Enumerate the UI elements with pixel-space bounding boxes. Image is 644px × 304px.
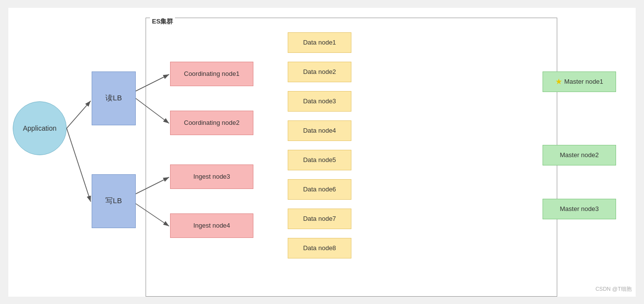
- ingest-node4: Ingest node4: [170, 213, 253, 238]
- coord-node1-label: Coordinating node1: [184, 70, 239, 77]
- lb-read-box: 读LB: [92, 71, 136, 125]
- data-node1: Data node1: [288, 32, 351, 53]
- star-icon: ★: [555, 77, 562, 86]
- coord-node2: Coordinating node2: [170, 111, 253, 135]
- application-label: Application: [23, 124, 57, 132]
- data-node4-label: Data node4: [303, 127, 336, 134]
- data-node3-label: Data node3: [303, 97, 336, 105]
- main-canvas: Application ES集群 读LB 写LB Coordinating no…: [8, 8, 636, 297]
- lb-read-label: 读LB: [105, 94, 122, 103]
- lb-write-box: 写LB: [92, 174, 136, 228]
- application-node: Application: [13, 101, 67, 155]
- data-node2: Data node2: [288, 62, 351, 82]
- ingest-node4-label: Ingest node4: [193, 222, 230, 229]
- data-node6-label: Data node6: [303, 186, 336, 193]
- master-node1: ★ Master node1: [543, 71, 616, 92]
- coord-node2-label: Coordinating node2: [184, 119, 239, 126]
- svg-line-2: [67, 128, 91, 202]
- svg-line-1: [67, 101, 91, 128]
- data-node4: Data node4: [288, 120, 351, 141]
- data-node2-label: Data node2: [303, 68, 336, 75]
- master-node3: Master node3: [543, 199, 616, 219]
- es-cluster-box: ES集群: [146, 18, 557, 297]
- es-cluster-label: ES集群: [150, 17, 175, 26]
- data-node1-label: Data node1: [303, 39, 336, 46]
- ingest-node3-label: Ingest node3: [193, 173, 230, 180]
- data-node8: Data node8: [288, 238, 351, 258]
- master-node2-label: Master node2: [560, 151, 599, 159]
- data-node5: Data node5: [288, 150, 351, 170]
- ingest-node3: Ingest node3: [170, 164, 253, 189]
- coord-node1: Coordinating node1: [170, 62, 253, 86]
- data-node7: Data node7: [288, 209, 351, 229]
- data-node3: Data node3: [288, 91, 351, 112]
- watermark: CSDN @T细胞: [595, 285, 632, 293]
- data-node5-label: Data node5: [303, 156, 336, 164]
- master-node1-label: Master node1: [564, 78, 603, 85]
- data-node8-label: Data node8: [303, 244, 336, 252]
- lb-write-label: 写LB: [105, 196, 122, 206]
- master-node2: Master node2: [543, 145, 616, 165]
- master-node3-label: Master node3: [560, 205, 599, 212]
- data-node7-label: Data node7: [303, 215, 336, 222]
- data-node6: Data node6: [288, 179, 351, 200]
